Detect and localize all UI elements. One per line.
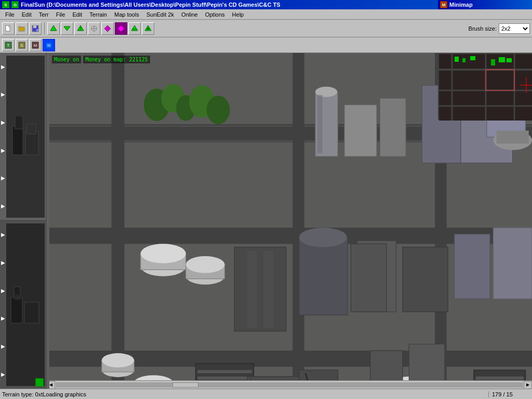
svg-rect-71 bbox=[403, 247, 448, 312]
brush-size-select[interactable]: 2x2 1x1 3x3 4x4 5x5 bbox=[499, 23, 530, 34]
terrain-btn2[interactable] bbox=[61, 22, 73, 35]
svg-rect-58 bbox=[497, 130, 529, 143]
h-scrollbar[interactable]: ◀ ▶ bbox=[47, 380, 532, 389]
menu-map-tools[interactable]: Map tools bbox=[111, 10, 142, 19]
svg-point-34 bbox=[12, 295, 23, 300]
svg-rect-32 bbox=[24, 302, 39, 323]
status-right: 179 / 15 bbox=[488, 391, 530, 397]
svg-text:S: S bbox=[20, 43, 23, 48]
svg-text:W: W bbox=[47, 44, 51, 47]
terrain-btn1[interactable] bbox=[47, 22, 60, 35]
tb2-btn3[interactable]: M bbox=[29, 39, 42, 51]
svg-rect-31 bbox=[11, 297, 22, 323]
svg-rect-72 bbox=[351, 244, 386, 312]
save-button[interactable] bbox=[29, 22, 42, 35]
svg-text:T: T bbox=[7, 43, 10, 48]
svg-rect-5 bbox=[36, 29, 38, 31]
app-icon-left2: G bbox=[11, 1, 19, 8]
svg-rect-103 bbox=[476, 377, 524, 380]
svg-rect-66 bbox=[247, 250, 257, 328]
svg-rect-126 bbox=[499, 57, 505, 62]
terrain-btn6[interactable] bbox=[115, 22, 127, 35]
tb2-btn1[interactable]: T bbox=[2, 39, 15, 51]
menu-bar: File Edit Terr File Edit Terrain Map too… bbox=[0, 9, 532, 20]
menu-file1[interactable]: File bbox=[2, 10, 18, 19]
menu-edit1[interactable]: Edit bbox=[19, 10, 35, 19]
svg-rect-65 bbox=[234, 247, 286, 331]
svg-rect-127 bbox=[507, 58, 512, 62]
status-bar: Terrain type: 0xtLoading graphics 179 / … bbox=[0, 389, 532, 399]
terrain-btn4[interactable] bbox=[88, 22, 100, 35]
menu-online[interactable]: Online bbox=[178, 10, 201, 19]
main-area: ▶ ▶ ▶ ▶ ▶ ▶ ▶ ▶ ▶ bbox=[0, 53, 532, 389]
menu-file2[interactable]: File bbox=[53, 10, 69, 19]
svg-rect-53 bbox=[380, 98, 406, 156]
svg-point-69 bbox=[299, 228, 347, 247]
brush-size-area: Brush size: 2x2 1x1 3x3 4x4 5x5 bbox=[469, 23, 530, 34]
open-button[interactable] bbox=[16, 22, 28, 35]
svg-rect-82 bbox=[197, 370, 252, 373]
terrain-btn3[interactable] bbox=[74, 22, 87, 35]
svg-rect-29 bbox=[15, 116, 23, 129]
new-button[interactable] bbox=[2, 22, 15, 35]
svg-rect-124 bbox=[470, 56, 475, 60]
app-icon-left1: S bbox=[2, 1, 9, 8]
minimap-content bbox=[439, 54, 532, 121]
window-title: FinalSun (D:\Documents and Settings\All … bbox=[21, 2, 281, 8]
svg-point-61 bbox=[141, 244, 186, 263]
svg-rect-27 bbox=[12, 126, 23, 155]
menu-terr[interactable]: Terr bbox=[36, 10, 52, 19]
svg-rect-14 bbox=[118, 25, 124, 31]
minimap-title-bar: M Minimap bbox=[438, 0, 532, 9]
scroll-right-button[interactable]: ▶ bbox=[524, 381, 532, 389]
svg-rect-41 bbox=[112, 53, 125, 389]
money-on-map: Money on map: 221125 bbox=[83, 56, 150, 63]
left-sidebar: ▶ ▶ ▶ ▶ ▶ ▶ ▶ ▶ ▶ bbox=[0, 53, 47, 389]
svg-rect-52 bbox=[344, 105, 377, 157]
svg-text:M: M bbox=[34, 43, 37, 48]
svg-marker-7 bbox=[64, 26, 70, 31]
scroll-thumb-h[interactable] bbox=[172, 382, 198, 388]
svg-point-64 bbox=[186, 256, 225, 273]
tb2-btn2[interactable]: S bbox=[16, 39, 28, 51]
brush-size-label: Brush size: bbox=[469, 25, 497, 32]
svg-rect-28 bbox=[25, 131, 38, 155]
svg-rect-74 bbox=[493, 228, 532, 299]
svg-rect-83 bbox=[197, 377, 252, 380]
money-label-left: Money on bbox=[52, 56, 81, 63]
svg-rect-13 bbox=[104, 25, 110, 31]
svg-rect-4 bbox=[33, 25, 36, 28]
svg-rect-123 bbox=[462, 58, 466, 62]
svg-rect-42 bbox=[292, 53, 304, 389]
terrain-btn8[interactable] bbox=[142, 22, 154, 35]
terrain-btn5[interactable] bbox=[101, 22, 114, 35]
menu-help[interactable]: Help bbox=[229, 10, 247, 19]
svg-rect-51 bbox=[317, 95, 323, 153]
svg-marker-15 bbox=[131, 25, 138, 31]
tb2-btn4[interactable]: W bbox=[43, 39, 55, 51]
minimap-panel bbox=[438, 53, 532, 119]
menu-options[interactable]: Options bbox=[202, 10, 228, 19]
svg-rect-2 bbox=[19, 26, 21, 28]
terrain-btn7[interactable] bbox=[128, 22, 141, 35]
svg-rect-68 bbox=[299, 237, 348, 315]
toolbar2: T S M W bbox=[0, 37, 532, 53]
svg-rect-67 bbox=[263, 250, 273, 328]
status-left: Terrain type: 0xtLoading graphics bbox=[2, 391, 488, 397]
svg-rect-122 bbox=[455, 57, 459, 62]
svg-rect-30 bbox=[26, 124, 36, 134]
menu-sunedit2k[interactable]: SunEdit 2k bbox=[143, 10, 177, 19]
minimap-icon: M bbox=[440, 1, 447, 8]
svg-marker-6 bbox=[50, 25, 57, 31]
toolbar-sep1 bbox=[44, 22, 45, 35]
svg-rect-73 bbox=[455, 234, 490, 299]
minimap-title: Minimap bbox=[449, 2, 473, 8]
title-bar-left: S G FinalSun (D:\Documents and Settings\… bbox=[2, 1, 281, 8]
svg-point-80 bbox=[102, 353, 134, 367]
svg-point-48 bbox=[207, 96, 230, 124]
menu-edit2[interactable]: Edit bbox=[69, 10, 85, 19]
scroll-track-h bbox=[56, 382, 523, 388]
toolbar1: Brush size: 2x2 1x1 3x3 4x4 5x5 bbox=[0, 20, 532, 37]
menu-terrain[interactable]: Terrain bbox=[86, 10, 110, 19]
svg-rect-125 bbox=[491, 59, 495, 65]
